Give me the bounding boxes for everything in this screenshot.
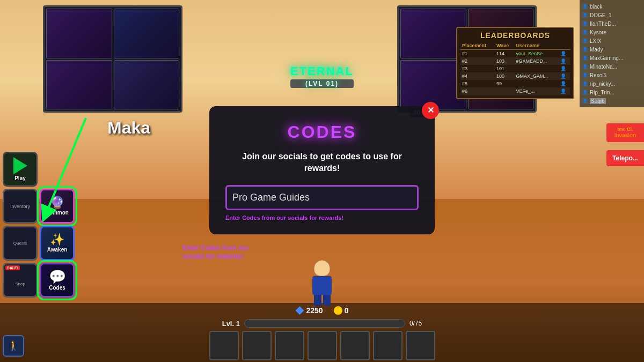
modal-overlay: ✕ CODES Join our socials to get codes to… xyxy=(0,0,644,362)
codes-modal: ✕ CODES Join our socials to get codes to… xyxy=(209,106,435,235)
modal-description: Join our socials to get codes to use for… xyxy=(225,151,419,175)
modal-title: CODES xyxy=(225,122,419,142)
modal-close-button[interactable]: ✕ xyxy=(422,102,439,119)
code-input-wrapper xyxy=(225,185,419,210)
code-input[interactable] xyxy=(230,188,414,208)
code-hint: Enter Codes from our socials for rewards… xyxy=(225,215,419,221)
